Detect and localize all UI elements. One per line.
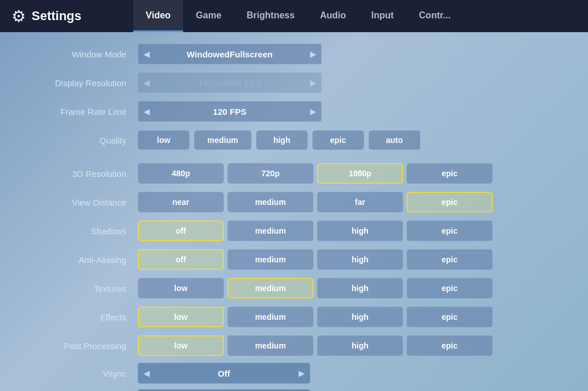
quality-low-btn[interactable]: low [138,130,189,150]
res-720p-btn[interactable]: 720p [227,163,314,184]
frame-rate-left-arrow[interactable]: ◀ [138,102,154,121]
shadows-buttons: off medium high epic [138,220,493,241]
pp-medium-btn[interactable]: medium [227,335,314,356]
settings-content: Window Mode ◀ WindowedFullscreen ▶ Displ… [0,32,588,391]
view-distance-row: View Distance near medium far epic [23,189,554,215]
window-mode-row: Window Mode ◀ WindowedFullscreen ▶ [23,41,554,67]
aa-medium-btn[interactable]: medium [227,249,314,270]
display-resolution-label: Display Resolution [23,78,138,88]
textures-medium-btn[interactable]: medium [227,278,314,299]
textures-low-btn[interactable]: low [138,278,224,299]
window-mode-value: WindowedFullscreen [154,49,305,59]
window-mode-label: Window Mode [23,49,138,59]
shadows-off-btn[interactable]: off [138,220,224,241]
tab-video[interactable]: Video [133,0,183,32]
view-far-btn[interactable]: far [317,192,403,212]
vsync-row: Vsync ◀ Off ▶ [23,362,554,385]
gear-icon: ⚙ [11,7,26,26]
shadows-row: Shadows off medium high epic [23,218,554,243]
effects-row: Effects low medium high epic [23,304,554,330]
display-resolution-left-arrow: ◀ [138,73,154,92]
frame-rate-control: ◀ 120 FPS ▶ [138,101,322,122]
aa-epic-btn[interactable]: epic [407,249,493,270]
effects-high-btn[interactable]: high [317,307,403,327]
resolution-3d-row: 3D Resolution 480p 720p 1080p epic [23,161,554,186]
display-resolution-control: ◀ 1920x1080 16:9 ▶ [138,72,322,93]
pp-high-btn[interactable]: high [317,335,403,356]
shadows-label: Shadows [23,226,138,236]
vsync-left-arrow[interactable]: ◀ [138,363,154,383]
effects-label: Effects [23,312,138,322]
view-distance-label: View Distance [23,198,138,207]
tab-audio[interactable]: Audio [307,0,358,32]
effects-low-btn[interactable]: low [138,307,224,327]
view-near-btn[interactable]: near [138,192,224,212]
res-480p-btn[interactable]: 480p [138,163,224,184]
view-distance-buttons: near medium far epic [138,192,493,212]
textures-high-btn[interactable]: high [317,278,403,299]
view-medium-btn[interactable]: medium [227,192,314,212]
resolution-3d-label: 3D Resolution [23,169,138,179]
window-mode-control: ◀ WindowedFullscreen ▶ [138,44,322,64]
textures-epic-btn[interactable]: epic [407,278,493,299]
res-epic-btn[interactable]: epic [407,163,493,184]
quality-buttons: low medium high epic auto [138,130,420,150]
app-title: Settings [32,9,82,24]
frame-rate-value: 120 FPS [154,107,305,117]
pp-low-btn[interactable]: low [138,335,224,356]
shadows-high-btn[interactable]: high [317,220,403,241]
shadows-medium-btn[interactable]: medium [227,220,314,241]
post-processing-label: Post Processing [23,341,138,351]
tab-brightness[interactable]: Brightness [234,0,308,32]
vsync-value: Off [154,369,293,378]
quality-epic-btn[interactable]: epic [312,130,364,150]
effects-epic-btn[interactable]: epic [407,307,493,327]
window-mode-left-arrow[interactable]: ◀ [138,44,154,64]
settings-header: ⚙ Settings Video Game Brightness Audio I… [0,0,588,32]
vsync-control: ◀ Off ▶ [138,363,310,384]
vsync-label: Vsync [23,369,138,378]
effects-medium-btn[interactable]: medium [227,307,314,327]
quality-medium-btn[interactable]: medium [194,130,252,150]
textures-row: Textures low medium high epic [23,276,554,301]
quality-auto-btn[interactable]: auto [369,130,420,150]
display-resolution-value: 1920x1080 16:9 [154,78,305,88]
aa-off-btn[interactable]: off [138,249,224,270]
shadows-epic-btn[interactable]: epic [407,220,493,241]
res-1080p-btn[interactable]: 1080p [317,163,403,184]
frame-rate-row: Frame Rate Limit ◀ 120 FPS ▶ [23,99,554,124]
quality-high-btn[interactable]: high [256,130,308,150]
frame-rate-right-arrow[interactable]: ▶ [305,102,321,121]
tab-input[interactable]: Input [358,0,406,32]
window-mode-right-arrow[interactable]: ▶ [305,44,321,64]
anti-aliasing-label: Anti-Aliasing [23,255,138,265]
view-epic-btn[interactable]: epic [407,192,493,212]
pp-epic-btn[interactable]: epic [407,335,493,356]
resolution-3d-buttons: 480p 720p 1080p epic [138,163,493,184]
post-processing-buttons: low medium high epic [138,335,493,356]
tab-game[interactable]: Game [183,0,234,32]
textures-buttons: low medium high epic [138,278,493,299]
effects-buttons: low medium high epic [138,307,493,327]
nav-tabs: Video Game Brightness Audio Input Contr.… [133,0,463,32]
aa-high-btn[interactable]: high [317,249,403,270]
tab-controller[interactable]: Contr... [407,0,463,32]
frame-rate-label: Frame Rate Limit [23,107,138,117]
display-resolution-right-arrow: ▶ [305,73,321,92]
anti-aliasing-row: Anti-Aliasing off medium high epic [23,247,554,272]
display-resolution-row: Display Resolution ◀ 1920x1080 16:9 ▶ [23,70,554,95]
quality-label: Quality [23,136,138,145]
anti-aliasing-buttons: off medium high epic [138,249,493,270]
vsync-right-arrow[interactable]: ▶ [293,363,310,383]
motion-blur-row: Motion Blur ◀ Off ▶ [23,388,554,391]
post-processing-row: Post Processing low medium high epic [23,333,554,358]
logo-area: ⚙ Settings [11,7,82,26]
textures-label: Textures [23,284,138,293]
quality-row: Quality low medium high epic auto [23,127,554,153]
